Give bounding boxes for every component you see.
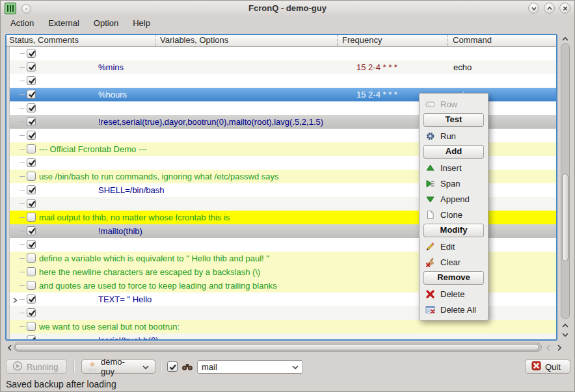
row-widget-icon: I bbox=[425, 99, 435, 109]
bottom-toolbar: Running demo-guy mail Quit bbox=[1, 356, 574, 376]
minimize-button[interactable] bbox=[528, 3, 539, 14]
column-header-variables[interactable]: Variables, Options bbox=[155, 35, 228, 46]
tree-branch bbox=[20, 217, 25, 218]
tree-branch bbox=[20, 203, 25, 204]
row-checkbox[interactable] bbox=[27, 294, 36, 304]
user-dropdown[interactable]: demo-guy bbox=[81, 359, 155, 374]
menu-item-label: Clone bbox=[440, 210, 462, 220]
table-row[interactable]: %mins15 2-4 * * *echo bbox=[7, 60, 556, 74]
maximize-button[interactable] bbox=[544, 3, 555, 14]
table-row[interactable] bbox=[7, 74, 556, 88]
row-checkbox[interactable] bbox=[27, 267, 36, 276]
horizontal-scrollbar[interactable] bbox=[5, 342, 572, 352]
menu-help[interactable]: Help bbox=[126, 16, 157, 31]
row-comment-text: mail output to thib, no matter whose fcr… bbox=[39, 211, 230, 224]
menu-section-remove[interactable]: Remove bbox=[423, 271, 484, 285]
status-bar: Saved backup after loading bbox=[1, 376, 574, 392]
expander-icon[interactable] bbox=[12, 296, 18, 302]
column-header-command[interactable]: Command bbox=[448, 35, 492, 46]
menu-item-clear[interactable]: Clear bbox=[420, 254, 488, 270]
column-header-frequency[interactable]: Frequency bbox=[337, 35, 382, 46]
mail-dropdown[interactable]: mail bbox=[197, 360, 303, 374]
column-header-status[interactable]: Status, Comments bbox=[9, 35, 79, 46]
tree-branch bbox=[20, 244, 25, 245]
user-dropdown-value: demo-guy bbox=[101, 357, 136, 376]
row-checkbox[interactable] bbox=[27, 49, 36, 58]
row-checkbox[interactable] bbox=[27, 213, 36, 222]
append-down-icon bbox=[425, 194, 435, 204]
menu-item-row[interactable]: IRow bbox=[420, 96, 488, 112]
row-checkbox[interactable] bbox=[27, 158, 36, 167]
scroll-down-icon[interactable] bbox=[561, 331, 570, 338]
menu-item-clone[interactable]: Clone bbox=[420, 207, 488, 222]
menu-section-modify[interactable]: Modify bbox=[423, 224, 484, 237]
chevron-down-icon bbox=[142, 362, 149, 372]
scroll-up-icon[interactable] bbox=[561, 35, 570, 42]
tree-branch bbox=[20, 108, 25, 109]
horizontal-scroll-thumb[interactable] bbox=[15, 344, 539, 350]
menu-item-span[interactable]: Span bbox=[420, 176, 488, 191]
row-comment-text: --- Official Fcrontab Demo --- bbox=[39, 142, 147, 156]
row-variable-text: !serial(true),b(0) bbox=[98, 333, 158, 339]
scroll-left-icon[interactable] bbox=[5, 344, 14, 351]
row-checkbox[interactable] bbox=[27, 131, 36, 140]
row-checkbox[interactable] bbox=[27, 172, 36, 181]
scroll-up2-icon[interactable] bbox=[561, 322, 570, 329]
row-checkbox[interactable] bbox=[27, 76, 36, 85]
table-row[interactable]: we want to use serial but not bootrun: bbox=[7, 320, 556, 333]
table-row[interactable]: !serial(true),b(0) bbox=[7, 333, 556, 339]
menu-item-edit[interactable]: Edit bbox=[420, 239, 488, 254]
row-checkbox[interactable] bbox=[27, 62, 36, 72]
tree-branch bbox=[20, 190, 25, 190]
vertical-scroll-thumb[interactable] bbox=[562, 174, 568, 261]
span-icon bbox=[425, 179, 435, 189]
menu-section-add[interactable]: Add bbox=[423, 145, 484, 159]
menu-item-run[interactable]: Run bbox=[420, 128, 488, 144]
menu-action[interactable]: Action bbox=[3, 16, 41, 31]
row-command: echo bbox=[453, 60, 472, 74]
quit-button[interactable]: Quit bbox=[525, 359, 570, 374]
menu-item-delete[interactable]: Delete bbox=[420, 286, 488, 302]
row-variable-text: %hours bbox=[98, 88, 127, 101]
row-comment-text: and quotes are used to force to keep lea… bbox=[39, 279, 277, 293]
row-checkbox[interactable] bbox=[27, 254, 36, 263]
play-icon bbox=[12, 361, 23, 373]
row-checkbox[interactable] bbox=[27, 335, 36, 339]
scroll-left2-icon[interactable] bbox=[544, 344, 553, 351]
row-checkbox[interactable] bbox=[27, 103, 36, 112]
tree-branch bbox=[20, 163, 25, 163]
row-checkbox[interactable] bbox=[27, 185, 36, 194]
filter-checkbox[interactable] bbox=[167, 361, 178, 372]
menu-option[interactable]: Option bbox=[87, 16, 126, 31]
scroll-right-icon[interactable] bbox=[555, 344, 564, 351]
table-row[interactable] bbox=[7, 47, 556, 60]
vertical-scroll-track[interactable] bbox=[561, 43, 570, 319]
row-checkbox[interactable] bbox=[27, 240, 36, 249]
row-checkbox[interactable] bbox=[27, 281, 36, 290]
menu-item-insert[interactable]: Insert bbox=[420, 160, 488, 176]
binoculars-icon bbox=[181, 362, 193, 373]
horizontal-scroll-track[interactable] bbox=[14, 343, 542, 352]
row-checkbox[interactable] bbox=[27, 226, 36, 235]
running-button[interactable]: Running bbox=[6, 359, 67, 374]
toolbar-separator bbox=[74, 361, 74, 372]
row-checkbox[interactable] bbox=[27, 144, 36, 153]
menu-item-label: Edit bbox=[440, 242, 455, 252]
close-button[interactable] bbox=[559, 3, 570, 14]
row-variable-text: SHELL=/bin/bash bbox=[98, 183, 165, 197]
row-checkbox[interactable] bbox=[27, 117, 36, 126]
title-bar: FcronQ - demo-guy bbox=[1, 1, 574, 16]
menu-external[interactable]: External bbox=[41, 16, 87, 31]
quit-label: Quit bbox=[545, 362, 561, 372]
row-checkbox[interactable] bbox=[27, 322, 36, 331]
menu-item-delete-all[interactable]: Delete All bbox=[420, 302, 488, 317]
menu-item-label: Delete bbox=[440, 289, 465, 299]
menu-section-test[interactable]: Test bbox=[423, 113, 484, 127]
row-checkbox[interactable] bbox=[27, 90, 36, 99]
vertical-scrollbar[interactable] bbox=[559, 34, 572, 341]
menu-item-append[interactable]: Append bbox=[420, 191, 488, 207]
row-checkbox[interactable] bbox=[27, 308, 36, 317]
running-label: Running bbox=[27, 362, 58, 372]
tree-branch bbox=[20, 149, 25, 150]
row-checkbox[interactable] bbox=[27, 199, 36, 208]
